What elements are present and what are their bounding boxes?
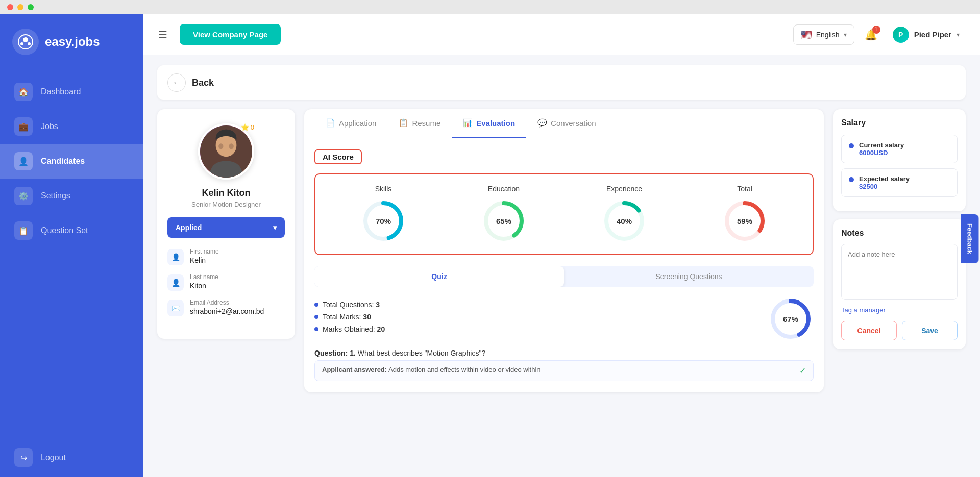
tab-evaluation[interactable]: 📊 Evaluation xyxy=(452,109,526,138)
score-item-total: Total 59% xyxy=(687,185,802,244)
back-bar: ← Back xyxy=(157,65,966,100)
company-selector[interactable]: P Pied Piper ▾ xyxy=(888,23,965,46)
email-icon: ✉️ xyxy=(167,300,184,316)
score-value-experience: 40% xyxy=(617,217,632,225)
sidebar-item-question-set[interactable]: 📋 Question Set xyxy=(0,213,143,248)
score-title-education: Education xyxy=(488,185,520,193)
question-set-icon: 📋 xyxy=(14,221,33,240)
tab-bar: 📄 Application 📋 Resume 📊 Evaluation 💬 Co… xyxy=(304,109,824,138)
email-value: shraboni+2@ar.com.bd xyxy=(190,307,264,315)
status-label: Applied xyxy=(176,223,202,232)
application-tab-icon: 📄 xyxy=(326,118,335,128)
expected-salary-label: Expected salary xyxy=(859,175,910,183)
feedback-tab[interactable]: Feedback xyxy=(961,214,979,263)
score-item-education: Education 65% xyxy=(446,185,561,244)
star-badge: ⭐ 0 xyxy=(241,123,254,131)
sidebar-nav: 🏠 Dashboard 💼 Jobs 👤 Candidates ⚙️ Setti… xyxy=(0,69,143,438)
last-name-label: Last name xyxy=(190,273,218,281)
menu-icon[interactable]: ☰ xyxy=(158,29,167,41)
svg-point-6 xyxy=(218,143,223,149)
avatar xyxy=(198,123,254,180)
quiz-percentage: 67% xyxy=(783,315,798,323)
score-item-experience: Experience 40% xyxy=(567,185,682,244)
first-name-label: First name xyxy=(190,248,219,255)
logout-button[interactable]: ↪ Logout xyxy=(0,438,143,477)
evaluation-panel: 📄 Application 📋 Resume 📊 Evaluation 💬 Co… xyxy=(304,109,824,392)
sidebar-label-settings: Settings xyxy=(41,191,70,200)
last-name-field: 👤 Last name Kiton xyxy=(167,273,285,291)
tab-conversation[interactable]: 💬 Conversation xyxy=(526,109,607,138)
candidate-name: Kelin Kiton xyxy=(167,188,285,198)
svg-point-7 xyxy=(229,143,234,149)
close-btn[interactable] xyxy=(7,4,13,10)
candidates-icon: 👤 xyxy=(14,152,33,170)
company-chevron-icon: ▾ xyxy=(957,31,960,38)
svg-point-3 xyxy=(28,42,31,45)
notes-textarea[interactable] xyxy=(841,244,958,300)
evaluation-tab-icon: 📊 xyxy=(463,118,473,128)
current-salary-dot xyxy=(849,143,854,148)
salary-card: Salary Current salary 6000USD Expected s… xyxy=(833,109,966,211)
answer-box: Applicant answered: Adds motion and effe… xyxy=(314,360,814,381)
score-item-skills: Skills 70% xyxy=(326,185,441,244)
first-name-value: Kelin xyxy=(190,256,219,264)
sidebar-label-question-set: Question Set xyxy=(41,226,88,235)
ai-score-label: AI Score xyxy=(314,149,362,164)
status-dropdown[interactable]: Applied ▾ xyxy=(167,217,285,238)
logo-text: easy.jobs xyxy=(45,35,100,49)
sidebar-label-dashboard: Dashboard xyxy=(41,87,81,96)
flag-icon: 🇺🇸 xyxy=(801,29,812,40)
language-label: English xyxy=(816,31,840,39)
save-button[interactable]: Save xyxy=(902,321,958,340)
language-selector[interactable]: 🇺🇸 English ▾ xyxy=(793,24,854,45)
maximize-btn[interactable] xyxy=(28,4,34,10)
tab-application[interactable]: 📄 Application xyxy=(314,109,387,138)
current-salary-value: 6000USD xyxy=(859,149,904,157)
tab-resume-label: Resume xyxy=(412,119,440,128)
donut-education: 65% xyxy=(481,198,527,244)
score-grid: Skills 70% Education xyxy=(314,173,814,255)
tab-application-label: Application xyxy=(339,119,376,128)
notes-title: Notes xyxy=(841,229,958,238)
sub-tab-screening[interactable]: Screening Questions xyxy=(564,266,814,287)
tab-evaluation-label: Evaluation xyxy=(476,119,515,128)
sidebar-item-settings[interactable]: ⚙️ Settings xyxy=(0,179,143,213)
tag-manager-link[interactable]: Tag a manager xyxy=(841,306,886,314)
svg-point-2 xyxy=(20,42,23,45)
expected-salary-row: Expected salary $2500 xyxy=(841,168,958,197)
three-col-layout: ⭐ 0 Kelin Kiton Senior Motion Designer A… xyxy=(157,109,966,392)
total-marks-label: Total Marks: 30 xyxy=(323,313,371,321)
right-panel: Salary Current salary 6000USD Expected s… xyxy=(833,109,966,349)
minimize-btn[interactable] xyxy=(17,4,23,10)
view-company-button[interactable]: View Company Page xyxy=(180,24,281,45)
score-title-experience: Experience xyxy=(606,185,642,193)
marks-obtained-label: Marks Obtained: 20 xyxy=(323,325,385,333)
marks-obtained-row: Marks Obtained: 20 xyxy=(314,325,768,333)
score-value-education: 65% xyxy=(496,217,511,225)
check-icon: ✓ xyxy=(799,366,806,375)
sub-tab-quiz[interactable]: Quiz xyxy=(314,266,564,287)
back-button[interactable]: ← xyxy=(167,73,186,92)
sidebar-item-jobs[interactable]: 💼 Jobs xyxy=(0,109,143,144)
chevron-down-icon: ▾ xyxy=(844,31,847,38)
settings-icon: ⚙️ xyxy=(14,187,33,205)
person-icon: 👤 xyxy=(167,249,184,265)
status-chevron-icon: ▾ xyxy=(273,223,277,232)
sidebar-label-candidates: Candidates xyxy=(41,157,85,166)
svg-point-1 xyxy=(23,37,28,42)
conversation-tab-icon: 💬 xyxy=(537,118,547,128)
total-questions-label: Total Questions: 3 xyxy=(323,300,380,309)
score-title-total: Total xyxy=(737,185,752,193)
sidebar-item-candidates[interactable]: 👤 Candidates xyxy=(0,144,143,179)
bullet-icon3 xyxy=(314,327,318,331)
notification-bell-button[interactable]: 🔔 1 xyxy=(863,27,879,43)
tab-resume[interactable]: 📋 Resume xyxy=(387,109,452,138)
cancel-button[interactable]: Cancel xyxy=(841,321,897,340)
sidebar-item-dashboard[interactable]: 🏠 Dashboard xyxy=(0,74,143,109)
bullet-icon2 xyxy=(314,315,318,319)
quiz-info: Total Questions: 3 Total Marks: 30 Marks… xyxy=(314,300,768,337)
total-questions-row: Total Questions: 3 xyxy=(314,300,768,309)
notification-count: 1 xyxy=(872,26,880,34)
sub-tab-bar: Quiz Screening Questions xyxy=(314,266,814,287)
email-field: ✉️ Email Address shraboni+2@ar.com.bd xyxy=(167,299,285,316)
